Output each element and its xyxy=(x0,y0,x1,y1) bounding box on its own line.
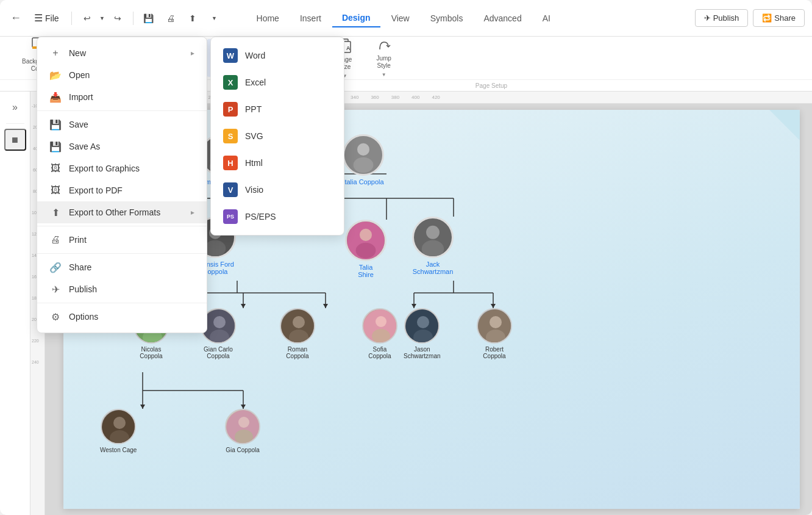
menu-save[interactable]: 💾 Save xyxy=(37,113,207,135)
svg-point-58 xyxy=(293,316,305,328)
menu-save-label: Save xyxy=(69,120,88,129)
svg-point-70 xyxy=(113,417,126,429)
svg-point-44 xyxy=(205,240,226,257)
file-menu-button[interactable]: ☰ File xyxy=(28,10,65,26)
separator-1 xyxy=(37,110,207,111)
svg-marker-30 xyxy=(241,304,246,308)
publish-button[interactable]: ✈ Publish xyxy=(695,9,749,27)
menu-import-label: Import xyxy=(69,92,93,102)
name-jason: JasonSchwartzman xyxy=(404,346,441,359)
svg-point-67 xyxy=(490,316,502,328)
back-button[interactable]: ← xyxy=(7,10,24,27)
submenu-visio[interactable]: V Visio xyxy=(211,176,344,203)
avatar-roman xyxy=(280,308,315,344)
menu-options[interactable]: ⚙ Options xyxy=(37,306,207,328)
save-button[interactable]: 💾 xyxy=(140,9,158,27)
tab-home[interactable]: Home xyxy=(247,10,289,27)
menu-print[interactable]: 🖨 Print xyxy=(37,229,207,251)
ruler-top-400: 400 xyxy=(411,95,419,100)
menu-new[interactable]: + New ▸ xyxy=(37,42,207,64)
print-button[interactable]: 🖨 xyxy=(162,9,180,27)
undo-button[interactable]: ↩ xyxy=(78,9,96,27)
ruler-top-420: 420 xyxy=(432,95,440,100)
titlebar-left: ← ☰ File ↩ ▼ ↪ 💾 🖨 ⬆ ▼ xyxy=(7,9,224,27)
menu-print-label: Print xyxy=(69,235,87,245)
submenu-pseps[interactable]: PS PS/EPS xyxy=(211,203,344,230)
node-jason: JasonSchwartzman xyxy=(404,308,441,359)
avatar-jason xyxy=(404,308,440,344)
avatar-italia xyxy=(343,134,384,176)
submenu-excel[interactable]: X Excel xyxy=(211,69,344,96)
submenu-visio-label: Visio xyxy=(245,185,263,195)
submenu-ppt[interactable]: P PPT xyxy=(211,96,344,123)
tab-insert[interactable]: Insert xyxy=(290,10,331,27)
share-button[interactable]: 🔁 Share xyxy=(753,9,805,27)
new-arrow: ▸ xyxy=(191,49,194,57)
nav-tabs: Home Insert Design View Symbols Advanced… xyxy=(247,9,560,27)
svg-point-55 xyxy=(213,316,226,328)
ruler-top-380: 380 xyxy=(391,95,399,100)
avatar-robert xyxy=(477,308,512,344)
menu-export-pdf[interactable]: 🖼 Export to PDF xyxy=(37,179,207,201)
ruler-mark-220: 220 xyxy=(32,339,39,343)
menu-export-formats[interactable]: ⬆ Export to Other Formats ▸ xyxy=(37,201,207,223)
menu-new-label: New xyxy=(69,48,86,58)
svg-point-50 xyxy=(422,240,444,258)
avatar-weston xyxy=(101,409,136,444)
tab-symbols[interactable]: Symbols xyxy=(421,10,473,27)
jump-style-arrow: ▼ xyxy=(382,72,386,77)
main-window: ← ☰ File ↩ ▼ ↪ 💾 🖨 ⬆ ▼ Home Insert Desig… xyxy=(0,0,812,515)
submenu-word[interactable]: W Word xyxy=(211,42,344,69)
menu-share[interactable]: 🔗 Share xyxy=(37,256,207,278)
tab-design[interactable]: Design xyxy=(332,9,380,27)
svg-point-46 xyxy=(360,229,372,241)
submenu-svg[interactable]: S SVG xyxy=(211,123,344,149)
export-formats-icon: ⬆ xyxy=(49,206,62,218)
name-gian: Gian CarloCoppola xyxy=(204,346,233,359)
open-icon: 📂 xyxy=(49,69,62,81)
menu-save-as[interactable]: 💾 Save As xyxy=(37,135,207,157)
name-sofia: SofiaCoppola xyxy=(368,346,391,359)
separator-4 xyxy=(37,303,207,303)
excel-icon: X xyxy=(223,75,238,90)
file-menu: + New ▸ 📂 Open 📥 Import 💾 Save 💾 Save As… xyxy=(37,37,207,333)
divider2 xyxy=(133,12,134,25)
file-label: File xyxy=(45,13,59,23)
tab-ai[interactable]: AI xyxy=(533,10,560,27)
menu-import[interactable]: 📥 Import xyxy=(37,86,207,108)
svg-marker-33 xyxy=(491,304,496,308)
save-as-icon: 💾 xyxy=(49,140,62,153)
menu-export-graphics[interactable]: 🖼 Export to Graphics xyxy=(37,157,207,179)
menu-share-label: Share xyxy=(69,262,91,272)
tab-advanced[interactable]: Advanced xyxy=(474,10,531,27)
ps-icon: PS xyxy=(223,209,238,224)
redo-button[interactable]: ↪ xyxy=(109,9,127,27)
svg-icon: S xyxy=(223,129,238,143)
word-icon: W xyxy=(223,48,238,63)
name-gia: Gia Coppola xyxy=(226,447,260,453)
html-icon: H xyxy=(223,156,238,170)
undo-dropdown[interactable]: ▼ xyxy=(98,9,107,27)
export-formats-arrow: ▸ xyxy=(191,208,194,217)
ruler-top-360: 360 xyxy=(371,95,379,100)
node-robert: RobertCoppola xyxy=(477,308,512,359)
svg-point-41 xyxy=(354,157,374,173)
export-button[interactable]: ⬆ xyxy=(183,9,202,27)
ribbon-jump-style[interactable]: JumpStyle ▼ xyxy=(366,35,402,81)
sidebar-tool-1[interactable]: ■ xyxy=(4,129,26,151)
name-robert: RobertCoppola xyxy=(483,346,505,359)
submenu-svg-label: SVG xyxy=(245,131,263,141)
submenu-html[interactable]: H Html xyxy=(211,149,344,176)
separator-3 xyxy=(37,253,207,254)
submenu-html-label: Html xyxy=(245,158,263,168)
save-icon: 💾 xyxy=(49,118,62,131)
svg-marker-34 xyxy=(140,405,145,409)
menu-open[interactable]: 📂 Open xyxy=(37,64,207,86)
expand-sidebar-button[interactable]: » xyxy=(4,96,26,118)
menu-publish[interactable]: ✈ Publish xyxy=(37,278,207,300)
avatar-talia xyxy=(345,220,386,261)
menu-export-pdf-label: Export to PDF xyxy=(69,185,123,195)
tab-view[interactable]: View xyxy=(382,10,419,27)
more-button[interactable]: ▼ xyxy=(205,9,224,27)
node-gia: Gia Coppola xyxy=(225,409,260,453)
